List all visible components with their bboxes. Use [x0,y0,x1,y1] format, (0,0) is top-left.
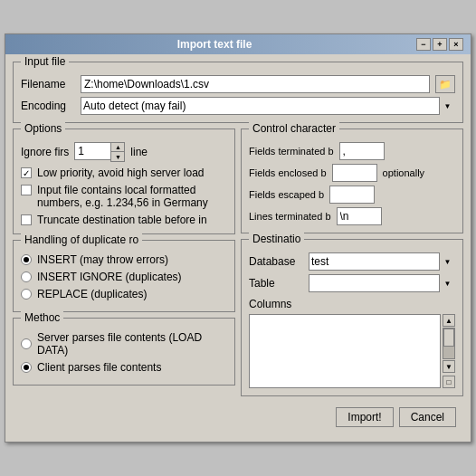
ignore-first-row: Ignore firs ▲ ▼ line [21,142,227,162]
client-parses-radio[interactable] [21,362,32,373]
fields-terminated-row: Fields terminated b [249,142,455,160]
low-priority-label: Low priority, avoid high server load [37,167,205,179]
input-file-group: Input file Filename 📁 Encoding Auto dete… [13,62,463,123]
method-legend: Methoc [21,311,63,324]
fields-terminated-label: Fields terminated b [249,146,334,157]
scroll-up-button[interactable]: ▲ [443,314,455,327]
cancel-button[interactable]: Cancel [399,407,456,427]
database-select[interactable]: test [309,252,455,271]
import-dialog: Import text file − + × Input file Filena… [5,33,471,443]
import-button[interactable]: Import! [336,407,393,427]
scroll-down-button[interactable]: ▼ [443,360,455,373]
replace-radio[interactable] [21,289,32,300]
close-button[interactable]: × [449,38,463,51]
insert-ignore-row: INSERT IGNORE (duplicates) [21,271,227,283]
control-char-group: Control character Fields terminated b Fi… [241,129,463,233]
left-column: Options Ignore firs ▲ ▼ line [13,129,235,396]
insert-row: INSERT (may throw errors) [21,253,227,266]
server-parses-row: Server parses file contents (LOAD DATA) [21,331,227,357]
database-label: Database [249,255,303,268]
method-group: Methoc Server parses file contents (LOAD… [13,318,235,386]
spin-down-button[interactable]: ▼ [111,152,124,161]
line-label: line [130,146,148,158]
database-row: Database test ▼ [249,252,455,271]
local-numbers-row: Input file contains local formatted numb… [21,184,227,209]
truncate-label: Truncate destination table before in [37,214,207,226]
title-bar: Import text file − + × [5,34,471,54]
bottom-bar: Import! Cancel [13,402,463,434]
options-legend: Options [21,122,65,135]
fields-escaped-row: Fields escaped b [249,186,455,204]
title-controls: − + × [416,38,463,51]
low-priority-row: Low priority, avoid high server load [21,167,227,179]
columns-section: Columns ▲ ▼ □ [249,298,455,388]
table-row: Table ▼ [249,274,455,292]
client-parses-label: Client parses file contents [37,361,161,374]
encoding-select-wrapper: Auto detect (may fail) ▼ [81,97,455,115]
filename-input[interactable] [81,75,430,93]
minimize-button[interactable]: − [416,38,431,51]
filename-label: Filename [21,78,75,90]
dialog-title: Import text file [13,38,416,51]
ignore-first-label: Ignore firs [21,146,69,158]
server-parses-radio[interactable] [21,338,32,349]
client-parses-row: Client parses file contents [21,361,227,374]
columns-area-wrapper: ▲ ▼ □ [249,314,455,388]
insert-radio[interactable] [21,254,32,265]
fields-terminated-input[interactable] [339,142,385,160]
database-select-wrapper: test ▼ [309,252,455,271]
table-select-wrapper: ▼ [309,274,455,292]
maximize-button[interactable]: + [433,38,447,51]
encoding-row: Encoding Auto detect (may fail) ▼ [21,97,455,115]
input-file-legend: Input file [21,55,69,68]
fields-enclosed-label: Fields enclosed b [249,167,327,178]
table-select[interactable] [309,274,455,292]
main-columns: Options Ignore firs ▲ ▼ line [13,129,463,396]
fields-enclosed-row: Fields enclosed b optionally [249,164,455,182]
ignore-first-spinner: ▲ ▼ [74,142,125,162]
fields-escaped-input[interactable] [329,186,375,204]
local-numbers-checkbox[interactable] [21,185,32,195]
scroll-track [443,328,455,359]
replace-row: REPLACE (duplicates) [21,288,227,300]
destination-legend: Destinatio [249,233,304,245]
optionally-label: optionally [383,167,424,178]
truncate-row: Truncate destination table before in [21,214,227,226]
control-char-legend: Control character [249,122,339,135]
columns-label: Columns [249,298,291,310]
browse-button[interactable]: 📁 [435,75,455,93]
local-numbers-label: Input file contains local formatted numb… [37,184,227,209]
truncate-checkbox[interactable] [21,214,32,225]
duplicates-group: Handling of duplicate ro INSERT (may thr… [13,240,235,312]
insert-label: INSERT (may throw errors) [37,253,168,266]
duplicates-legend: Handling of duplicate ro [21,233,142,246]
lines-terminated-row: Lines terminated b [249,207,455,225]
fields-escaped-label: Fields escaped b [249,189,324,200]
fields-enclosed-input[interactable] [332,164,377,182]
low-priority-checkbox[interactable] [21,167,32,178]
scroll-thumb[interactable] [443,328,454,347]
dialog-body: Input file Filename 📁 Encoding Auto dete… [5,54,471,442]
spin-up-button[interactable]: ▲ [111,143,124,152]
lines-terminated-label: Lines terminated b [249,211,331,222]
encoding-select[interactable]: Auto detect (may fail) [81,97,455,115]
options-group: Options Ignore firs ▲ ▼ line [13,129,235,234]
insert-ignore-label: INSERT IGNORE (duplicates) [37,271,182,283]
lines-terminated-input[interactable] [337,207,382,225]
server-parses-label: Server parses file contents (LOAD DATA) [37,331,227,357]
columns-scrollbar: ▲ ▼ □ [443,314,455,388]
spinner-buttons: ▲ ▼ [110,142,125,162]
scroll-extra-button[interactable]: □ [443,376,455,388]
encoding-label: Encoding [21,100,75,112]
replace-label: REPLACE (duplicates) [37,288,147,300]
filename-row: Filename 📁 [21,75,455,93]
ignore-first-input[interactable] [74,142,110,160]
table-label: Table [249,277,303,290]
destination-group: Destinatio Database test ▼ Table [241,239,463,396]
right-column: Control character Fields terminated b Fi… [241,129,463,396]
columns-area [249,314,441,388]
insert-ignore-radio[interactable] [21,271,32,282]
